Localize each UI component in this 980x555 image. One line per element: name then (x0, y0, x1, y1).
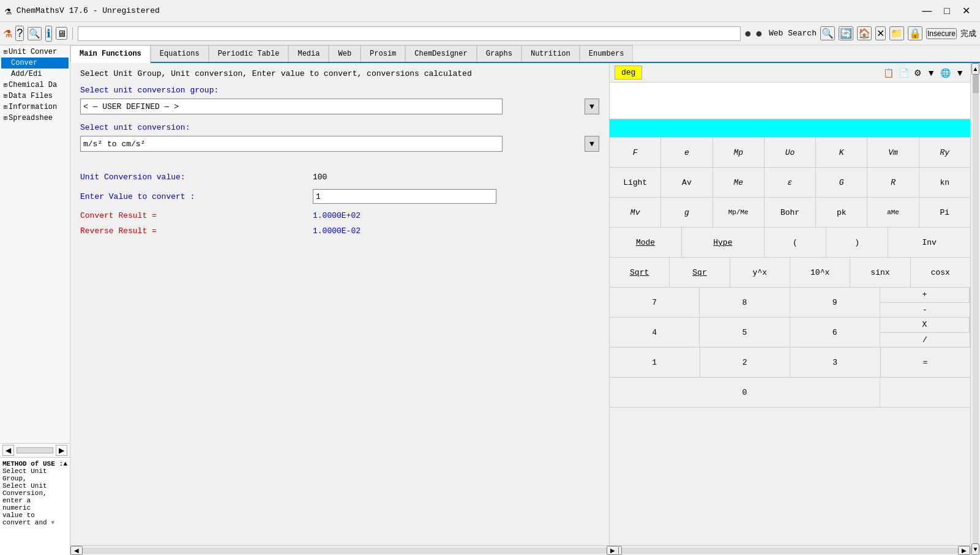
calc-btn-Vm[interactable]: Vm (867, 138, 919, 167)
calc-btn-Uo[interactable]: Uo (765, 138, 816, 167)
calc-btn-10x[interactable]: 10^x (790, 258, 850, 287)
calc-btn-sinx[interactable]: sinx (850, 258, 910, 287)
calc-dropdown-icon[interactable]: ▼ (926, 67, 937, 79)
nav-back-button[interactable]: ● (744, 26, 752, 40)
vscroll-thumb[interactable] (973, 75, 979, 93)
calc-btn-3[interactable]: 3 (790, 348, 881, 377)
tab-graphs[interactable]: Graphs (477, 45, 522, 62)
enter-value-input[interactable] (313, 189, 496, 204)
calc-btn-Ry[interactable]: Ry (919, 138, 970, 167)
vscroll-track[interactable] (973, 75, 979, 543)
tab-periodic-table[interactable]: Periodic Table (209, 45, 289, 62)
calc-hscroll-right[interactable]: ▶ (958, 546, 970, 555)
calc-btn-kn[interactable]: kn (919, 168, 970, 197)
calc-paste-icon[interactable]: 📄 (897, 67, 910, 79)
calc-settings-icon[interactable]: ⚙ (913, 67, 923, 79)
calc-btn-plus[interactable]: + (880, 288, 970, 303)
monitor-icon[interactable]: 🖥 (56, 27, 67, 40)
calc-btn-aMe[interactable]: aMe (867, 198, 919, 227)
calc-btn-yx[interactable]: y^x (730, 258, 790, 287)
calc-btn-Mv[interactable]: Mv (610, 198, 661, 227)
calc-btn-MpMe[interactable]: Mp/Me (713, 198, 765, 227)
group-select[interactable]: < — USER DEFINED — > (80, 99, 503, 114)
sidebar-item-information[interactable]: ⊞ Information (1, 102, 69, 113)
close-button[interactable]: ✕ (957, 4, 975, 18)
conversion-select-arrow[interactable]: ▼ (585, 136, 599, 152)
search-icon[interactable]: 🔍 (28, 27, 42, 40)
tab-main-functions[interactable]: Main Functions (70, 45, 151, 63)
calc-btn-close-paren[interactable]: ) (826, 228, 888, 257)
calc-btn-e[interactable]: e (661, 138, 713, 167)
minimize-button[interactable]: — (917, 4, 937, 18)
sidebar-item-data-files[interactable]: ⊞ Data Files (1, 91, 69, 102)
nav-forward-button[interactable]: ● (755, 26, 763, 40)
folder-icon[interactable]: 📁 (889, 26, 904, 40)
tab-chemdesigner[interactable]: ChemDesigner (405, 45, 476, 62)
lock-icon[interactable]: 🔒 (908, 26, 922, 40)
sidebar-item-chemical-data[interactable]: ⊞ Chemical Da (1, 80, 69, 91)
calc-btn-G[interactable]: G (816, 168, 867, 197)
calc-btn-Mp[interactable]: Mp (713, 138, 765, 167)
scroll-track[interactable] (17, 447, 53, 453)
calc-btn-open-paren[interactable]: ( (765, 228, 826, 257)
calc-btn-cosx[interactable]: cosx (911, 258, 970, 287)
calc-btn-epsilon[interactable]: ε (765, 168, 816, 197)
insecure-button[interactable]: Insecure (926, 28, 957, 39)
refresh-icon[interactable]: 🔄 (839, 26, 853, 40)
calc-btn-Mode[interactable]: Mode (610, 228, 682, 257)
vscroll-up-button[interactable]: ▲ (971, 63, 980, 75)
calc-btn-F[interactable]: F (610, 138, 661, 167)
tab-nutrition[interactable]: Nutrition (522, 45, 580, 62)
calc-btn-9[interactable]: 9 (790, 288, 880, 317)
scroll-left-button[interactable]: ◀ (2, 445, 14, 456)
calc-btn-2[interactable]: 2 (700, 348, 791, 377)
calc-btn-minus[interactable]: - (880, 303, 970, 318)
calc-btn-8[interactable]: 8 (700, 288, 790, 317)
calc-btn-6[interactable]: 6 (790, 318, 880, 347)
calc-copy-icon[interactable]: 📋 (882, 67, 895, 79)
hscroll-right-button[interactable]: ▶ (607, 546, 609, 555)
vscroll-down-button[interactable]: ▼ (971, 543, 980, 555)
calc-btn-Inv[interactable]: Inv (888, 228, 970, 257)
hscroll-left-button[interactable]: ◀ (70, 546, 83, 555)
calc-btn-g[interactable]: g (661, 198, 713, 227)
sidebar-item-add-edit[interactable]: Add/Edi (1, 69, 69, 80)
calc-globe-dropdown-icon[interactable]: ▼ (954, 67, 965, 79)
close-tab-icon[interactable]: ✕ (875, 26, 886, 40)
calc-btn-Sqrt[interactable]: Sqrt (610, 258, 670, 287)
calc-btn-Bohr[interactable]: Bohr (765, 198, 816, 227)
calc-globe-icon[interactable]: 🌐 (939, 67, 952, 79)
calc-btn-Sqr[interactable]: Sqr (670, 258, 730, 287)
sidebar-item-unit-converter[interactable]: ⊞ Unit Conver (1, 47, 69, 58)
tab-media[interactable]: Media (288, 45, 329, 62)
address-input[interactable] (78, 26, 741, 41)
calc-btn-0[interactable]: 0 (610, 378, 880, 407)
tab-equations[interactable]: Equations (151, 45, 209, 62)
hscroll-track[interactable] (83, 548, 607, 554)
calc-btn-Light[interactable]: Light (610, 168, 661, 197)
calc-btn-4[interactable]: 4 (610, 318, 700, 347)
sidebar-item-convert[interactable]: Conver (1, 58, 69, 69)
maximize-button[interactable]: □ (939, 4, 955, 18)
calc-btn-pk[interactable]: pk (816, 198, 867, 227)
calc-btn-Pi[interactable]: Pi (919, 198, 970, 227)
calc-btn-Av[interactable]: Av (661, 168, 713, 197)
tab-web[interactable]: Web (329, 45, 361, 62)
conversion-select[interactable]: m/s² to cm/s² (80, 136, 503, 152)
group-select-arrow[interactable]: ▼ (585, 99, 599, 114)
calc-btn-divide[interactable]: / (880, 333, 970, 348)
info-icon[interactable]: ℹ (45, 26, 52, 42)
calc-btn-Me[interactable]: Me (713, 168, 765, 197)
calc-btn-K[interactable]: K (816, 138, 867, 167)
calc-btn-Hype[interactable]: Hype (682, 228, 765, 257)
calc-btn-multiply[interactable]: X (880, 318, 970, 333)
calc-hscroll-track[interactable] (622, 548, 958, 554)
calc-btn-7[interactable]: 7 (610, 288, 700, 317)
home-icon[interactable]: 🏠 (857, 26, 872, 40)
calc-btn-R[interactable]: R (867, 168, 919, 197)
calc-btn-equals[interactable]: = (881, 348, 971, 377)
calc-btn-1[interactable]: 1 (610, 348, 700, 377)
tab-prosim[interactable]: Prosim (361, 45, 405, 62)
help-icon[interactable]: ? (15, 26, 24, 41)
zoom-search-icon[interactable]: 🔍 (820, 26, 835, 40)
